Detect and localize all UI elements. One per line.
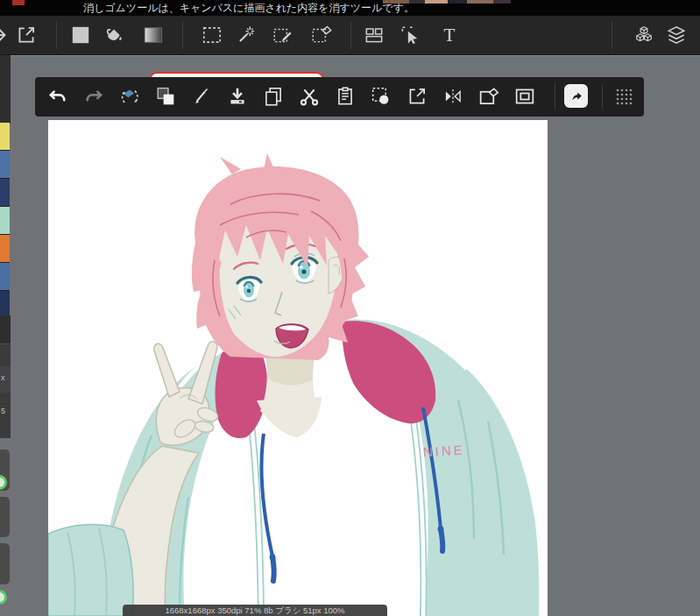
export-icon[interactable] (15, 24, 38, 46)
toolbar-separator (182, 21, 183, 49)
side-panel-section (0, 343, 11, 367)
status-bar-text: 1668x1668px 350dpi 71% 8b ブラシ 51px 100% (165, 605, 344, 615)
record-indicator-icon[interactable] (0, 590, 7, 605)
main-toolbar: T (0, 16, 700, 55)
background-image-fragment (448, 0, 467, 4)
tshirt (258, 405, 421, 616)
toolbar-separator (602, 84, 603, 109)
drag-dots-icon[interactable] (612, 84, 636, 109)
paint-app-window: 消しゴムツールは、キャンバスに描画された内容を消すツールです。 (0, 0, 700, 616)
hair-spike (220, 157, 241, 174)
select-crop-icon[interactable] (369, 84, 393, 109)
palette-panel-footer (0, 315, 11, 343)
color-swatch[interactable] (0, 151, 10, 179)
clear-icon[interactable] (477, 84, 501, 109)
paste-icon[interactable] (333, 84, 357, 109)
panel-layout-icon[interactable] (363, 24, 385, 46)
background-app-fragment-red (12, 0, 25, 5)
sleeve-cuff (48, 525, 133, 616)
color-swatch[interactable] (0, 123, 10, 151)
background-image-fragment (493, 0, 511, 4)
share-icon[interactable] (564, 84, 588, 108)
jacket-logo-text: NINE (423, 443, 466, 459)
copy-icon[interactable] (261, 84, 286, 109)
toolbar-separator (555, 84, 555, 109)
background-image-fragment (467, 0, 493, 4)
3d-cubes-icon[interactable] (633, 24, 655, 46)
magic-wand-icon[interactable] (235, 24, 258, 46)
text-tool-label: T (444, 24, 456, 46)
toolbar-separator (350, 21, 351, 49)
cut-icon[interactable] (297, 84, 322, 109)
transform-eraser-icon[interactable] (117, 84, 142, 109)
side-panel-row: 5 (0, 393, 11, 438)
color-swatch[interactable] (0, 179, 10, 207)
tool-tooltip-text: 消しゴムツールは、キャンバスに描画された内容を消すツールです。 (83, 0, 414, 16)
hood-lining-left (216, 346, 268, 438)
arrow-right-icon[interactable] (0, 24, 11, 46)
side-panel-label: 5 (1, 407, 5, 415)
swap-colors-icon[interactable] (153, 84, 178, 109)
pen-icon[interactable] (189, 84, 214, 109)
side-panel-button[interactable] (0, 543, 10, 584)
picture-in-picture-icon[interactable] (513, 84, 537, 109)
color-swatch[interactable] (0, 235, 10, 263)
side-panel-label: x (1, 373, 5, 382)
cursor-select-icon[interactable] (399, 24, 421, 46)
flip-horizontal-icon[interactable] (441, 84, 465, 109)
rect-select-icon[interactable] (201, 24, 223, 46)
pen-select-icon[interactable] (272, 24, 294, 46)
toolbar-separator (56, 21, 57, 49)
layers-icon[interactable] (665, 24, 688, 46)
side-panel-button[interactable] (0, 497, 10, 537)
eraser-deselect-icon[interactable] (310, 24, 333, 46)
background-image-fragment (425, 0, 448, 4)
import-icon[interactable] (225, 84, 250, 109)
toolbar-separator (612, 21, 612, 49)
left-panel-strip: x 5 (0, 54, 11, 616)
hair-spike (264, 153, 274, 169)
side-panel-row: x (0, 366, 11, 393)
tooltip-bar: 消しゴムツールは、キャンバスに描画された内容を消すツールです。 (0, 0, 700, 16)
export-icon[interactable] (405, 84, 429, 109)
gradient-icon[interactable] (142, 24, 165, 46)
color-swatch[interactable] (0, 207, 10, 235)
undo-icon[interactable] (46, 84, 70, 109)
canvas-artwork[interactable]: NINE (48, 120, 548, 616)
redo-icon[interactable] (81, 84, 106, 109)
drawing-canvas[interactable]: NINE (48, 120, 548, 616)
text-tool-icon[interactable]: T (438, 24, 461, 46)
status-bar: 1668x1668px 350dpi 71% 8b ブラシ 51px 100% (123, 605, 387, 616)
color-swatch[interactable] (0, 263, 10, 291)
palette-panel-header (0, 54, 11, 124)
fill-square-icon[interactable] (69, 24, 92, 46)
paint-bucket-icon[interactable] (102, 24, 124, 46)
floating-toolbar (35, 77, 644, 117)
